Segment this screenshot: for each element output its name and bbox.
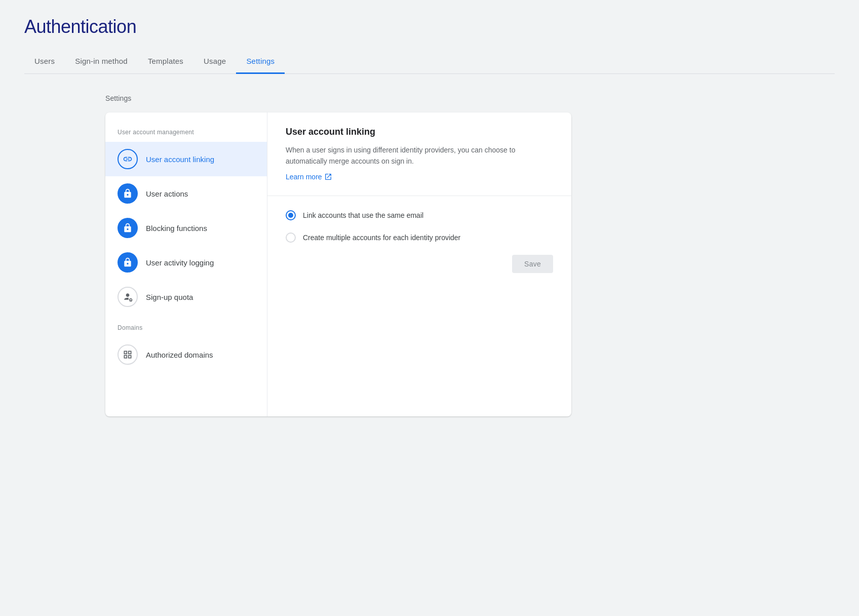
- person-settings-icon-container: [118, 287, 138, 307]
- tab-settings[interactable]: Settings: [236, 50, 285, 74]
- sidebar-item-blocking-functions[interactable]: Blocking functions: [105, 211, 267, 245]
- radio-button-create-multiple[interactable]: [286, 233, 296, 243]
- domains-section-label: Domains: [105, 314, 267, 337]
- settings-section-label: Settings: [105, 94, 835, 102]
- tab-sign-in-method[interactable]: Sign-in method: [65, 50, 138, 74]
- lock-icon-blocking: [123, 223, 133, 233]
- sidebar-label-blocking-functions: Blocking functions: [146, 224, 207, 233]
- sidebar-label-user-account-linking: User account linking: [146, 155, 214, 164]
- radio-button-link-same-email[interactable]: [286, 210, 296, 220]
- external-link-icon: [324, 173, 332, 181]
- page-title: Authentication: [24, 16, 835, 37]
- sidebar-item-sign-up-quota[interactable]: Sign-up quota: [105, 280, 267, 314]
- main-content: User account linking When a user signs i…: [267, 112, 571, 416]
- sidebar-nav: User account management User account lin…: [105, 112, 267, 416]
- grid-icon-container: [118, 344, 138, 365]
- tab-users[interactable]: Users: [24, 50, 65, 74]
- content-section-top: User account linking When a user signs i…: [267, 112, 571, 196]
- sidebar-label-sign-up-quota: Sign-up quota: [146, 293, 193, 301]
- learn-more-label: Learn more: [286, 173, 322, 181]
- lock-icon-logging: [123, 257, 133, 267]
- sidebar-label-authorized-domains: Authorized domains: [146, 351, 213, 359]
- radio-label-link-same-email: Link accounts that use the same email: [303, 211, 423, 219]
- radio-option-link-same-email[interactable]: Link accounts that use the same email: [286, 210, 553, 220]
- radio-label-create-multiple: Create multiple accounts for each identi…: [303, 234, 460, 242]
- content-area: Settings User account management User ac…: [24, 74, 835, 416]
- lock-icon-container-logging: [118, 252, 138, 273]
- link-icon-container: [118, 149, 138, 169]
- grid-icon: [123, 350, 133, 360]
- link-icon: [123, 154, 133, 164]
- tab-templates[interactable]: Templates: [138, 50, 193, 74]
- sidebar-item-user-activity-logging[interactable]: User activity logging: [105, 245, 267, 280]
- sidebar-label-user-activity-logging: User activity logging: [146, 258, 214, 267]
- sidebar-item-user-actions[interactable]: User actions: [105, 176, 267, 211]
- lock-icon-container-user-actions: [118, 183, 138, 204]
- sidebar-item-authorized-domains[interactable]: Authorized domains: [105, 337, 267, 372]
- page-wrapper: Authentication Users Sign-in method Temp…: [0, 0, 859, 416]
- tabs-bar: Users Sign-in method Templates Usage Set…: [24, 50, 835, 74]
- radio-option-create-multiple[interactable]: Create multiple accounts for each identi…: [286, 233, 553, 243]
- learn-more-link[interactable]: Learn more: [286, 173, 332, 181]
- content-section-bottom: Link accounts that use the same email Cr…: [267, 196, 571, 287]
- save-button-row: Save: [286, 255, 553, 273]
- sidebar-item-user-account-linking[interactable]: User account linking: [105, 142, 267, 176]
- content-description: When a user signs in using different ide…: [286, 144, 553, 167]
- save-button[interactable]: Save: [512, 255, 553, 273]
- lock-icon-user-actions: [123, 188, 133, 199]
- tab-usage[interactable]: Usage: [193, 50, 236, 74]
- settings-card: User account management User account lin…: [105, 112, 571, 416]
- content-title: User account linking: [286, 127, 553, 137]
- lock-icon-container-blocking: [118, 218, 138, 238]
- sidebar-label-user-actions: User actions: [146, 189, 188, 198]
- user-account-management-label: User account management: [105, 125, 267, 142]
- person-settings-icon: [123, 292, 133, 302]
